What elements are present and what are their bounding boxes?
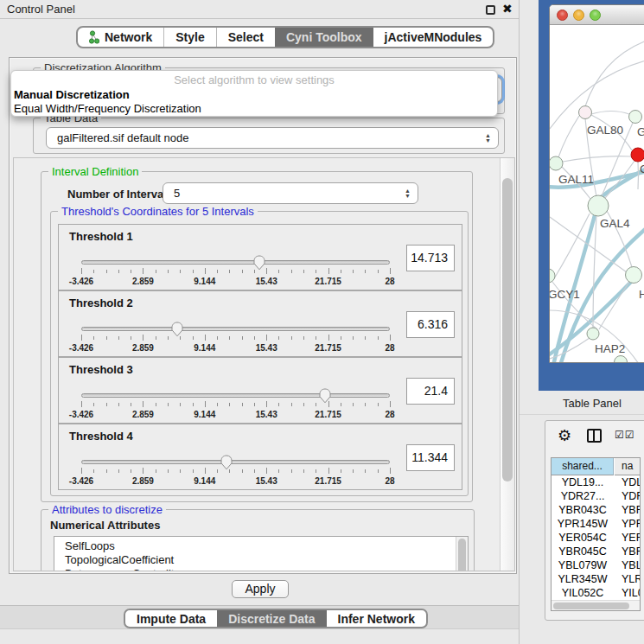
attribute-list-item[interactable]: TopologicalCoefficient [54,553,468,567]
table-cell-name: YDR2 [622,490,641,502]
attributes-list-items: SelfLoopsTopologicalCoefficientBetweenne… [54,537,468,571]
threshold-slider[interactable]: -3.4262.8599.14415.4321.71528 [81,256,390,289]
slider-thumb[interactable] [220,455,233,470]
close-window-icon[interactable] [557,10,568,21]
select-columns-icon[interactable]: ☑☑ [615,429,635,441]
threshold-slider[interactable]: -3.4262.8599.14415.4321.71528 [81,456,390,488]
scrollbar-thumb[interactable] [458,539,466,571]
tab-discretize-data[interactable]: Discretize Data [217,610,326,627]
algorithm-dropdown-popup: Select algorithm to view settings Manual… [10,70,498,117]
slider-tick [242,270,243,273]
table-cell-name: YPR1 [622,518,641,530]
close-icon[interactable]: ✖ [502,2,513,16]
network-node[interactable] [631,148,644,162]
table-cell-shared-name: YLR345W [552,573,614,585]
slider-thumb[interactable] [318,388,332,404]
combo-spinner-icon[interactable]: ▲▼ [485,128,491,148]
scrollbar-thumb[interactable] [553,603,629,609]
table-column-header-name[interactable]: na [615,458,641,475]
minimize-window-icon[interactable] [573,10,584,21]
scrollbar-thumb[interactable] [502,178,513,481]
table-row[interactable]: YBR045CYBR0 [552,545,641,559]
attributes-list-scrollbar[interactable] [456,537,468,571]
tab-jactivemnodules[interactable]: jActiveMNodules [373,28,494,47]
table-row[interactable]: YLR345WYLR3 [552,573,641,587]
table-row[interactable]: YBR043CYBR0 [552,504,641,518]
network-node[interactable] [550,269,555,283]
table-data-combobox[interactable]: galFiltered.sif default node ▲▼ [46,127,499,149]
attributes-list[interactable]: SelfLoopsTopologicalCoefficientBetweenne… [54,536,469,571]
network-node-label: C [640,163,644,175]
tab-select[interactable]: Select [216,28,275,47]
slider-tick [193,403,194,406]
table-cell-name: YER0 [622,532,641,544]
network-edge [558,116,579,157]
table-row[interactable]: YPR145WYPR1 [552,518,641,532]
tab-impute-data[interactable]: Impute Data [125,610,217,627]
network-view-window: GAL80GACGAL11GAL4GCY1HHAP2 [549,4,644,363]
tab-style[interactable]: Style [163,28,215,47]
slider-tick [205,468,206,474]
threshold-value-input[interactable]: 14.713 [406,245,455,271]
table-hscrollbar[interactable] [552,600,640,610]
table-row[interactable]: YIL052CYIL0 [552,587,641,601]
network-node[interactable] [626,267,642,284]
threshold-value-input[interactable]: 11.344 [406,444,455,471]
table-column-header-shared-name[interactable]: shared... [552,458,614,475]
popup-option-manual-discretization[interactable]: Manual Discretization [14,88,130,101]
threshold-value-input[interactable]: 21.4 [406,378,455,405]
network-node[interactable] [550,156,563,170]
network-node[interactable] [629,111,642,124]
network-node[interactable] [579,106,592,119]
threshold-value-input[interactable]: 6.316 [406,311,455,338]
tab-cyni-toolbox[interactable]: Cyni Toolbox [275,28,373,47]
popup-option-equal-width-frequency[interactable]: Equal Width/Frequency Discretization [14,102,201,115]
network-node[interactable] [615,356,628,364]
threshold-slider[interactable]: -3.4262.8599.14415.4321.71528 [81,389,390,422]
zoom-window-icon[interactable] [590,10,601,21]
slider-track[interactable] [81,393,390,398]
attribute-list-item[interactable]: BetweennessCentrality [54,567,468,571]
table-row[interactable]: YDL19...YDL1 [552,476,641,490]
slider-thumb[interactable] [170,322,184,337]
slider-tick [353,270,354,273]
slider-tick [365,336,366,340]
combo-spinner-icon[interactable]: ▲▼ [405,183,411,203]
float-window-icon[interactable] [486,5,495,15]
slider-thumb[interactable] [252,255,266,271]
attribute-list-item[interactable]: SelfLoops [54,539,468,553]
tab-infer-network[interactable]: Infer Network [327,610,426,627]
network-node-label: GA [637,125,644,138]
network-node[interactable] [587,328,599,340]
network-node-label: GCY1 [550,288,580,301]
network-node[interactable] [588,195,609,216]
apply-button[interactable]: Apply [232,580,289,598]
table-row[interactable]: YBL079WYBL0 [552,559,641,573]
slider-tick [168,403,169,406]
slider-tick [118,469,119,473]
slider-tick [217,403,218,406]
split-columns-icon[interactable] [587,429,602,443]
network-view[interactable]: GAL80GACGAL11GAL4GCY1HHAP2 [550,25,644,363]
settings-scrollbar[interactable] [500,158,514,571]
slider-tick [81,468,82,474]
table-row[interactable]: YER054CYER0 [552,532,641,545]
slider-track[interactable] [81,260,390,265]
gear-icon[interactable]: ⚙ [558,426,571,445]
slider-track[interactable] [81,327,390,331]
tab-network[interactable]: Network [78,28,163,47]
slider-track[interactable] [81,460,390,464]
slider-tick [180,469,181,473]
slider-tick-label: 28 [385,343,394,353]
table-row[interactable]: YDR27...YDR2 [552,490,641,504]
slider-tick [341,270,341,273]
threshold-slider[interactable]: -3.4262.8599.14415.4321.71528 [81,322,390,355]
slider-tick-label: 21.715 [315,343,341,353]
network-graph[interactable]: GAL80GACGAL11GAL4GCY1HHAP2 [550,25,644,363]
slider-tick [106,403,107,406]
slider-tick-label: -3.426 [69,476,93,486]
slider-tick [353,469,354,473]
slider-tick [131,336,131,340]
num-intervals-combobox[interactable]: 5 ▲▼ [163,182,418,204]
slider-tick-label: 28 [385,476,394,486]
